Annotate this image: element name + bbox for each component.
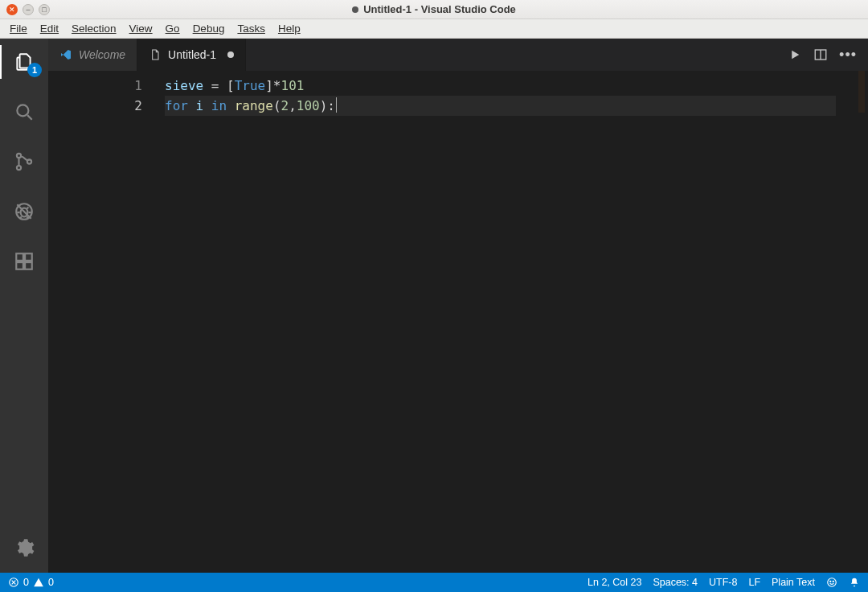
statusbar: 0 0 Ln 2, Col 23 Spaces: 4 UTF-8 LF Plai… [0,573,868,592]
status-feedback[interactable] [826,577,837,588]
code-content[interactable]: sieve = [True]*101 for i in range(2,100)… [165,71,836,573]
status-errors-count: 0 [23,577,29,588]
smiley-icon [826,577,837,588]
svg-rect-7 [25,253,32,261]
search-icon [14,101,35,122]
tab-label: Welcome [79,48,125,61]
line-number: 1 [48,76,165,96]
svg-point-12 [828,578,837,587]
status-eol[interactable]: LF [748,577,760,588]
minimap[interactable] [836,71,868,573]
menu-tasks[interactable]: Tasks [231,21,272,36]
text-editor[interactable]: 1 2 sieve = [True]*101 for i in range(2,… [48,71,868,573]
status-encoding[interactable]: UTF-8 [709,577,737,588]
split-icon [813,47,828,62]
menubar: File Edit Selection View Go Debug Tasks … [0,19,868,39]
status-problems[interactable]: 0 0 [8,577,54,588]
error-icon [8,577,19,588]
svg-rect-9 [25,262,32,269]
vscode-icon [59,48,72,61]
activity-scm[interactable] [0,145,48,179]
dirty-indicator-icon [227,51,234,58]
explorer-badge: 1 [27,63,42,77]
svg-point-1 [17,154,21,158]
activity-explorer[interactable]: 1 [0,45,48,79]
svg-rect-6 [16,253,23,261]
svg-rect-8 [16,262,23,269]
line-number: 2 [48,96,165,116]
tab-label: Untitled-1 [168,48,216,61]
editor-tabs: Welcome Untitled-1 ••• [48,39,868,71]
menu-go[interactable]: Go [159,21,186,36]
activity-settings[interactable] [0,531,48,565]
text-cursor [336,97,337,113]
code-line[interactable]: sieve = [True]*101 [165,76,836,96]
menu-help[interactable]: Help [272,21,307,36]
activity-extensions[interactable] [0,245,48,278]
file-icon [149,48,162,61]
window-minimize-button[interactable]: – [23,4,34,15]
bell-icon [849,577,860,588]
window-title: Untitled-1 - Visual Studio Code [363,3,516,15]
status-cursor-position[interactable]: Ln 2, Col 23 [588,577,641,588]
activity-debug[interactable] [0,195,48,228]
gear-icon [14,537,35,558]
window-close-button[interactable]: ✕ [6,4,18,15]
run-button[interactable] [788,47,802,62]
status-notifications[interactable] [849,577,860,588]
tab-welcome[interactable]: Welcome [48,39,137,71]
activity-search[interactable] [0,95,48,129]
code-line[interactable]: for i in range(2,100): [165,96,836,116]
extensions-icon [14,251,35,272]
split-editor-button[interactable] [813,47,828,62]
ellipsis-icon: ••• [839,47,857,62]
status-language-mode[interactable]: Plain Text [772,577,815,588]
window-maximize-button[interactable]: □ [39,4,50,15]
activitybar: 1 [0,39,48,573]
tab-untitled-1[interactable]: Untitled-1 [137,39,246,71]
warning-icon [33,577,44,588]
svg-point-2 [17,166,21,170]
menu-debug[interactable]: Debug [186,21,231,36]
menu-file[interactable]: File [3,21,34,36]
svg-point-13 [830,581,831,582]
debug-icon [14,201,35,222]
play-icon [788,47,802,62]
editor-area: Welcome Untitled-1 ••• [48,39,868,573]
menu-selection[interactable]: Selection [65,21,123,36]
source-control-icon [14,151,35,172]
menu-view[interactable]: View [123,21,159,36]
menu-edit[interactable]: Edit [34,21,65,36]
status-warnings-count: 0 [48,577,54,588]
more-actions-button[interactable]: ••• [839,47,857,62]
status-indentation[interactable]: Spaces: 4 [653,577,698,588]
svg-point-0 [17,105,28,116]
line-number-gutter: 1 2 [48,71,165,573]
overview-ruler [858,71,865,113]
editor-actions: ••• [776,39,868,71]
os-window-buttons: ✕ – □ [0,4,50,15]
title-dirty-dot-icon [352,6,358,13]
app-main: 1 [0,39,868,573]
os-titlebar: ✕ – □ Untitled-1 - Visual Studio Code [0,0,868,19]
svg-point-14 [833,581,833,582]
